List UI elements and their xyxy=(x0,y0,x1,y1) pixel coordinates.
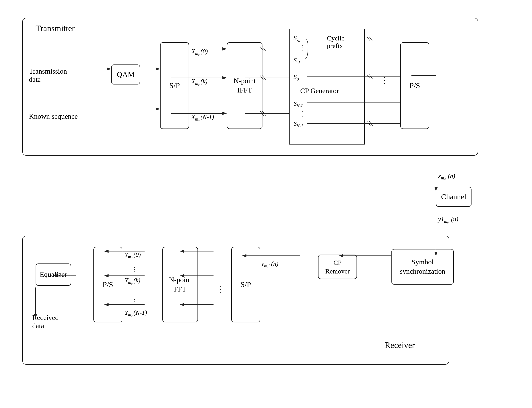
known-sequence-label: Known sequence xyxy=(29,112,78,120)
YmN1-label: Ym,l(N-1) xyxy=(125,309,147,317)
equalizer-block: Equalizer xyxy=(35,264,71,286)
s0-label: S0 xyxy=(294,73,299,82)
ymln-label: ym,l (n) xyxy=(261,260,278,268)
cp-generator-label: CP Generator xyxy=(300,87,339,95)
xm0-label: Xm,l(0) xyxy=(191,48,208,56)
channel-block: Channel xyxy=(436,187,472,207)
diagram: Transmitter Receiver QAM S/P N-pointIFFT… xyxy=(18,11,514,400)
cp-remover-block: CPRemover xyxy=(318,255,357,279)
dots-rx2: ⋮ xyxy=(131,298,137,305)
dots1: ⋮ xyxy=(299,44,305,51)
symbol-sync-block: Symbolsynchronization xyxy=(391,249,454,285)
s-neg-1-label: S-1 xyxy=(294,57,300,65)
ps-block-rx: P/S xyxy=(94,247,122,323)
dots-rx1: ⋮ xyxy=(131,266,137,273)
dots-mid: ⋮ xyxy=(380,76,388,85)
cyclic-prefix-label: Cyclicprefix xyxy=(327,34,344,50)
receiver-label: Receiver xyxy=(385,340,415,350)
npoint-fft-block: N-pointFFT xyxy=(162,247,198,323)
transmitter-label: Transmitter xyxy=(35,23,75,33)
s-neg-L-label: S-L xyxy=(294,34,300,43)
qam-block: QAM xyxy=(111,65,140,85)
xmln-label: xm,l (n) xyxy=(438,172,455,180)
Ymk-label: Ym,l(k) xyxy=(125,277,140,285)
received-data-label: Receiveddata xyxy=(32,314,59,330)
sNL-label: SN-L xyxy=(294,100,304,108)
dots2: ⋮ xyxy=(299,110,305,117)
npoint-ifft-block: N-pointIFFT xyxy=(227,42,262,129)
Ym0-label: Ym,l(0) xyxy=(125,251,141,259)
y1mln-label: y1m,l (n) xyxy=(438,216,458,224)
xmN1-label: Xm,l(N-1) xyxy=(191,113,214,122)
dots-rx-mid: ⋮ xyxy=(217,285,225,294)
sp-block-tx: S/P xyxy=(160,42,189,129)
ps-block-tx: P/S xyxy=(400,42,429,129)
sN1-label: SN-1 xyxy=(294,120,303,128)
xmk-label: Xm,l(k) xyxy=(191,78,207,86)
sp-block-rx: S/P xyxy=(231,247,260,323)
transmission-data-label: Transmissiondata xyxy=(29,67,67,84)
